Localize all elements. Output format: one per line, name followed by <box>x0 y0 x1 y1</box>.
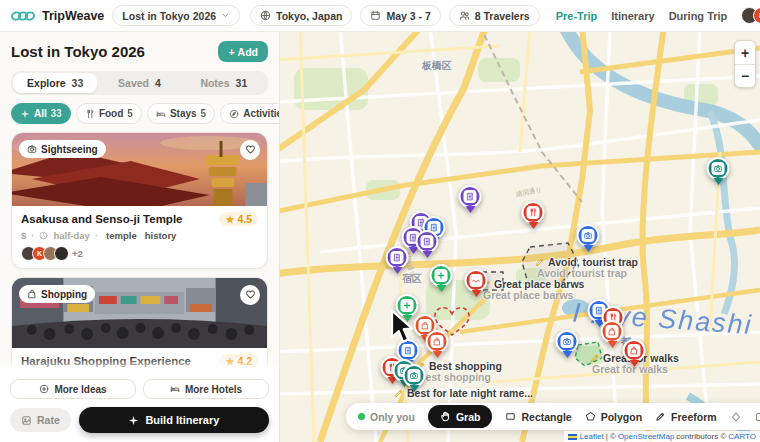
tool-grab[interactable]: Grab <box>428 405 493 428</box>
pencil-icon <box>590 353 600 363</box>
favorite-button[interactable] <box>240 285 260 305</box>
zoom-out-button[interactable]: − <box>735 64 755 87</box>
map-pin-bag[interactable] <box>426 330 449 363</box>
tab-label: Notes <box>200 77 229 89</box>
green-dot-icon <box>358 413 365 420</box>
more-hotels-button[interactable]: More Hotels <box>143 379 269 399</box>
favorite-button[interactable] <box>240 140 260 160</box>
card-avatars: K +2 <box>21 246 258 261</box>
tool-polygon[interactable]: Polygon <box>585 411 642 423</box>
frame-icon <box>21 415 32 426</box>
travelers-label: 8 Travelers <box>475 10 530 22</box>
card-meta: $ half-day temple history <box>21 230 258 241</box>
map-pin-bag[interactable] <box>623 339 646 372</box>
filter-food[interactable]: Food5 <box>76 103 142 124</box>
more-ideas-button[interactable]: More Ideas <box>10 379 136 399</box>
travelers-pill[interactable]: 8 Travelers <box>449 5 540 26</box>
tripweave-logo-icon <box>10 8 36 24</box>
diamond-icon[interactable] <box>730 411 742 423</box>
osm-link[interactable]: OpenStreetMap <box>618 432 674 441</box>
map-canvas[interactable]: I love Shashi + − Only you Grab Rectangl… <box>280 32 760 442</box>
map-pin-wave[interactable] <box>465 269 488 302</box>
map-note[interactable]: Great place barwsGreat place barws <box>481 278 584 290</box>
rating-badge: ★4.5 <box>219 212 258 226</box>
chip-label: Stays <box>170 108 197 119</box>
map-pin-camera[interactable] <box>577 224 600 257</box>
tab-label: Saved <box>118 77 149 89</box>
tool-rectangle[interactable]: Rectangle <box>505 411 571 423</box>
bag-icon <box>27 289 37 299</box>
people-icon <box>459 10 470 21</box>
more-hotels-label: More Hotels <box>185 384 242 395</box>
filter-stays[interactable]: Stays5 <box>147 103 215 124</box>
build-itinerary-button[interactable]: Build Itinerary <box>79 407 269 433</box>
filter-chips: All33 Food5 Stays5 Activities23 <box>11 103 268 124</box>
bed-icon <box>156 109 166 119</box>
bed-icon <box>170 384 180 394</box>
chevron-down-icon <box>221 11 230 20</box>
map-pin-building[interactable] <box>386 246 409 279</box>
plus-icon: + <box>228 46 234 58</box>
map-note[interactable]: Avoid, tourist trapAvoid, tourist trap <box>535 256 638 268</box>
only-you-label: Only you <box>370 411 415 423</box>
carto-link[interactable]: CARTO <box>728 432 756 441</box>
member-avatars[interactable]: K <box>741 7 760 24</box>
camera-icon <box>712 162 725 175</box>
tripweave-app: TripWeave Lost in Tokyo 2026 Tokyo, Japa… <box>0 0 760 442</box>
pentagon-icon <box>585 411 596 422</box>
clock-icon <box>39 231 48 240</box>
map-pin-camera[interactable] <box>403 364 426 397</box>
filter-activities[interactable]: Activities23 <box>220 103 280 124</box>
map-attribution: Leaflet | © OpenStreetMap contributors ©… <box>564 431 760 442</box>
map-pin-building[interactable] <box>416 230 439 263</box>
tab-notes[interactable]: Notes31 <box>182 73 266 93</box>
chip-count: 5 <box>201 108 207 119</box>
map-tiles <box>280 32 760 442</box>
visibility-only-you[interactable]: Only you <box>358 411 415 423</box>
avatar <box>54 246 69 261</box>
avatar-group: K <box>21 246 69 261</box>
tab-explore[interactable]: Explore33 <box>13 73 97 93</box>
phase-nav: Pre-Trip Itinerary During Trip <box>556 10 728 22</box>
tab-saved[interactable]: Saved4 <box>97 73 181 93</box>
nav-itinerary[interactable]: Itinerary <box>611 10 654 22</box>
location-pill[interactable]: Tokyo, Japan <box>250 5 352 26</box>
map-pin-plus[interactable] <box>430 264 453 297</box>
building-icon <box>391 251 404 264</box>
chip-count: 33 <box>51 108 62 119</box>
panel-toggle-icon[interactable] <box>755 411 760 423</box>
map-pin-food[interactable] <box>522 201 545 234</box>
rate-button[interactable]: Rate <box>10 408 71 432</box>
map-pin-bag[interactable] <box>601 320 624 353</box>
camera-icon <box>582 229 595 242</box>
nav-pre-trip[interactable]: Pre-Trip <box>556 10 598 22</box>
trip-selector[interactable]: Lost in Tokyo 2026 <box>112 5 240 26</box>
wave-icon <box>470 274 483 287</box>
tab-count: 31 <box>236 77 248 89</box>
zoom-control: + − <box>734 40 756 88</box>
price-level: $ <box>21 230 26 241</box>
tab-count: 4 <box>155 77 161 89</box>
filter-all[interactable]: All33 <box>11 103 71 124</box>
map-pin-camera[interactable] <box>707 157 730 190</box>
globe-icon <box>260 10 271 21</box>
zoom-in-button[interactable]: + <box>735 41 755 64</box>
category-badge: Shopping <box>19 285 95 303</box>
dates-pill[interactable]: May 3 - 7 <box>360 5 440 26</box>
grab-label: Grab <box>456 411 481 423</box>
building-icon <box>464 190 477 203</box>
bag-icon <box>606 325 619 338</box>
map-pin-camera[interactable] <box>556 330 579 363</box>
attrib-sep: | © <box>606 432 616 441</box>
map-pin-building[interactable] <box>459 185 482 218</box>
bag-icon <box>431 335 444 348</box>
trip-selector-label: Lost in Tokyo 2026 <box>122 10 216 22</box>
leaflet-link[interactable]: Leaflet <box>580 432 604 441</box>
place-card-asakusa[interactable]: Sightseeing Asakusa and Senso-ji Temple … <box>11 132 268 269</box>
tool-freeform[interactable]: Freeform <box>655 411 717 423</box>
add-button[interactable]: +Add <box>218 41 268 62</box>
rate-label: Rate <box>37 414 60 426</box>
app-logo[interactable]: TripWeave <box>10 8 104 24</box>
note-echo: Best shopping <box>418 371 491 383</box>
nav-during-trip[interactable]: During Trip <box>669 10 728 22</box>
